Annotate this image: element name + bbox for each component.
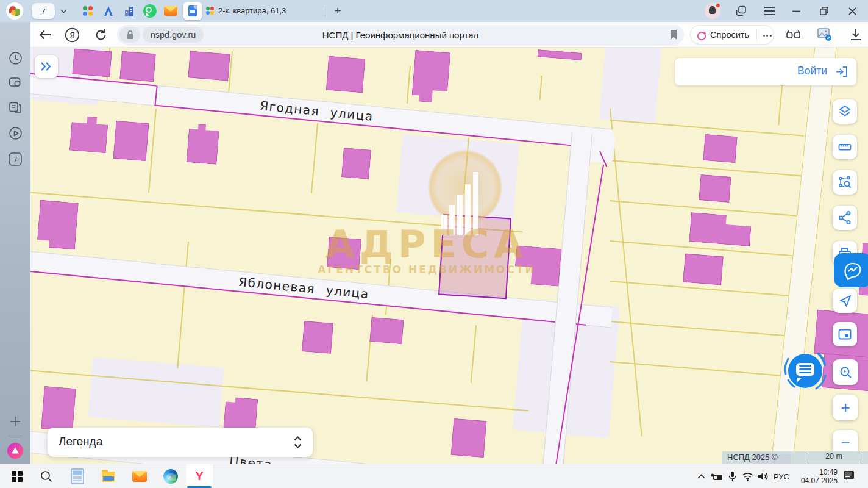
pinned-tab-mail-icon[interactable] [163,4,178,18]
map-canvas[interactable]: Ягодная улица Яблоневая улица Цвета АДРЕ… [30,48,868,464]
browser-toolbar: Я НСПД | Геоинформационный портал nspd.g… [0,22,868,48]
share-button[interactable] [833,206,857,230]
notification-center-icon[interactable] [838,464,862,488]
measure-button[interactable] [833,135,857,159]
shared-tabs-icon[interactable] [730,0,752,22]
watermark-title: АДРЕСА [256,222,597,267]
tray-chevron-icon[interactable] [692,464,710,488]
screenshot-icon[interactable] [0,76,30,88]
minimize-button[interactable] [785,0,807,22]
legend-panel[interactable]: Легенда [48,428,313,457]
profile-avatar[interactable] [705,3,720,19]
watermark: АДРЕСА АГЕНТСТВО НЕДВИЖИМОСТИ [30,48,868,464]
articles-icon[interactable] [0,101,30,114]
taskbar-app-icon[interactable] [65,464,90,488]
download-icon[interactable] [847,22,864,48]
locate-button[interactable] [833,289,857,313]
mini-map-button[interactable] [833,322,857,346]
new-tab-button[interactable]: + [330,3,346,19]
taskbar-clock[interactable]: 10:49 04.07.2025 [794,464,839,488]
sidebar-divider [9,436,22,436]
tab-separator [325,5,326,16]
lock-icon[interactable] [119,27,140,43]
url-field[interactable]: nspd.gov.ru [143,27,204,43]
browser-sidebar: 7 [0,22,30,464]
ask-label: Спросить [710,30,749,40]
mail-app-icon[interactable] [127,464,152,488]
kebab-menu-icon[interactable] [763,30,772,41]
windows-taskbar: Y РУС 10:49 04.07.2025 4 [0,464,868,488]
collapse-chevrons-icon[interactable] [294,436,302,448]
chat-button[interactable] [788,354,822,388]
history-icon[interactable] [0,51,30,65]
watermark-subtitle: АГЕНТСТВО НЕДВИЖИМОСТИ [274,264,579,276]
back-button[interactable] [38,22,52,48]
login-label: Войти [797,65,827,77]
tray-microphone-icon[interactable] [724,464,740,488]
extension-icon[interactable] [784,22,802,48]
browser-tab-bar: 7 2-к. квартира, 61,3 м², 4/1 + [0,0,868,22]
taskbar-search-icon[interactable] [34,464,59,488]
map-attribution: НСПД 2025 © 20 m [722,451,868,464]
pinned-tab-whatsapp-icon[interactable] [143,4,157,18]
svg-text:7: 7 [13,156,18,164]
assistant-widget[interactable] [834,253,868,287]
spatial-search-button[interactable] [833,170,857,195]
edge-icon[interactable] [158,464,183,488]
start-button[interactable] [5,464,29,488]
restore-button[interactable] [813,0,835,22]
pinned-tab-building-icon[interactable] [122,4,137,18]
tab-group-chip[interactable]: 7 [32,3,55,19]
tab-favicon [206,7,214,15]
active-tab-title[interactable]: 2-к. квартира, 61,3 м², 4/1 [218,6,286,16]
date: 04.07.2025 [801,476,838,485]
expand-panel-button[interactable] [35,55,58,78]
pinned-tab-document-active[interactable] [183,2,202,20]
login-bar[interactable]: Войти [675,58,856,85]
screenshot-extension-icon[interactable] [816,22,834,48]
file-explorer-icon[interactable] [96,464,121,488]
ai-sparkle-icon [697,30,707,41]
add-icon[interactable] [0,415,30,428]
legend-label: Легенда [59,435,102,448]
attribution-text: НСПД 2025 © [727,453,778,462]
close-button[interactable] [841,0,863,22]
ask-ai-button[interactable]: Спросить [690,25,774,45]
bookmark-icon[interactable] [669,29,678,40]
pinned-tab-a-icon[interactable] [101,4,116,18]
tray-device-icon[interactable] [708,464,725,488]
menu-icon[interactable] [758,0,780,22]
yandex-browser-taskbar-active[interactable]: Y [186,464,213,487]
search-on-map-button[interactable] [833,359,858,385]
video-icon[interactable] [0,126,30,140]
zoom-in-button[interactable]: + [833,395,858,420]
svg-text:Я: Я [69,31,74,40]
browser-logo-icon[interactable] [6,2,23,20]
chat-bubble-icon [796,363,814,376]
scale-bar: 20 m [805,452,863,462]
alice-assistant-icon[interactable] [0,443,30,459]
time: 10:49 [819,468,838,476]
layers-button[interactable] [833,99,857,124]
language-indicator[interactable]: РУС [769,464,794,488]
yandex-search-icon[interactable]: Я [63,22,80,48]
tab-counter-icon[interactable]: 7 [0,152,30,167]
address-bar[interactable]: НСПД | Геоинформационный портал nspd.gov… [117,25,684,45]
pinned-tab-apps-icon[interactable] [80,4,95,18]
tray-wifi-icon[interactable] [739,464,756,488]
chevron-down-icon[interactable] [57,6,69,16]
reload-button[interactable] [93,22,108,48]
login-icon [835,65,848,78]
